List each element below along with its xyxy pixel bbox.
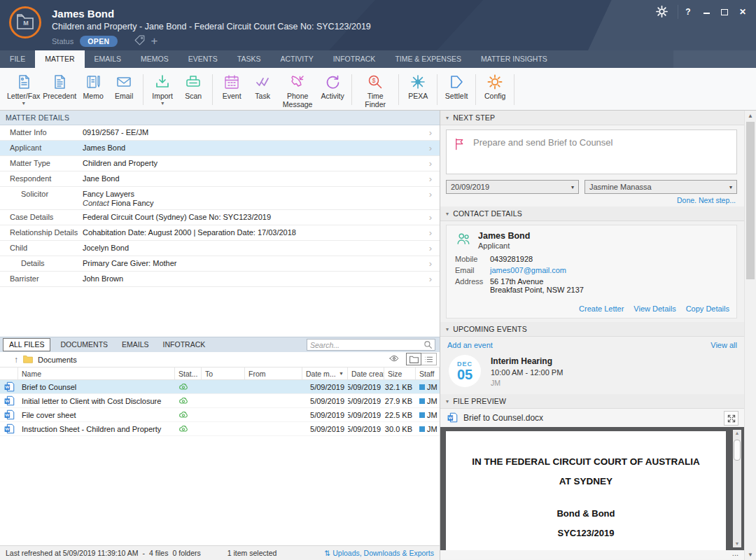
column-header-date-m-[interactable]: Date m...▼ [302,368,348,379]
column-header-name[interactable]: Name [18,368,175,379]
settleit-button[interactable]: SettleIt [441,73,472,101]
file-row[interactable]: WInitial letter to Client with Cost Disc… [0,394,440,408]
chevron-right-icon[interactable]: › [421,144,440,153]
scroll-down-icon[interactable]: ▼ [733,540,741,547]
tab-infotrack[interactable]: INFOTRACK [323,50,386,68]
task-button[interactable]: Task [247,73,278,101]
files-tab-infotrack[interactable]: INFOTRACK [156,339,213,351]
next-step-header[interactable]: ▾ NEXT STEP [440,111,744,125]
file-row[interactable]: WInstruction Sheet - Children and Proper… [0,422,440,436]
tab-file[interactable]: FILE [0,50,35,68]
time-finder-button[interactable]: $Time Finder [356,73,395,108]
maximize-button[interactable] [715,4,734,20]
matter-row-solicitor[interactable]: SolicitorFancy LawyersContact Fiona Fanc… [0,187,440,210]
phone-message-button[interactable]: Phone Message [278,73,317,108]
event-button[interactable]: Event [216,73,247,101]
chevron-right-icon[interactable]: › [421,190,440,199]
due-date-dropdown[interactable]: 20/09/2019 ▾ [446,180,579,194]
matter-row-matter-type[interactable]: Matter TypeChildren and Property› [0,156,440,172]
add-event-link[interactable]: Add an event [447,341,493,349]
event-item[interactable]: DEC05Interim Hearing10:00 AM - 12:00 PMJ… [449,355,737,387]
tab-matter[interactable]: MATTER [35,50,84,68]
matter-row-applicant[interactable]: ApplicantJames Bond› [0,141,440,156]
column-header-size[interactable]: Size [384,368,416,379]
assignee-dropdown[interactable]: Jasmine Manassa ▾ [584,180,737,194]
scroll-up-icon[interactable]: ▲ [745,111,756,121]
tab-events[interactable]: EVENTS [178,50,227,68]
tag-icon[interactable] [134,34,146,48]
minimize-button[interactable] [697,4,715,20]
search-icon[interactable] [424,340,433,349]
folder-view-button[interactable] [406,353,421,365]
sidebar-scrollbar[interactable]: ▲ ▼ [744,111,756,560]
letter-fax-button[interactable]: Letter/Fax▾ [6,73,41,106]
contact-field-value[interactable]: james007@gmail.com [490,266,566,274]
column-header-stat-[interactable]: Stat... [175,368,202,379]
expand-preview-button[interactable] [724,411,738,426]
transfers-link[interactable]: ⇅ Uploads, Downloads & Exports [324,549,434,557]
column-header-staff[interactable]: Staff [416,368,440,379]
files-tab-emails[interactable]: EMAILS [115,339,156,351]
contact-details-header[interactable]: ▾ CONTACT DETAILS [440,206,744,221]
sidebar-scroll-thumb[interactable] [746,122,755,279]
tab-matter-insights[interactable]: MATTER INSIGHTS [471,50,557,68]
matter-row-matter-info[interactable]: Matter Info0919/2567 - EE/JM› [0,125,440,141]
chevron-right-icon[interactable]: › [421,259,440,268]
scroll-up-icon[interactable]: ▲ [733,430,741,437]
precedent-button[interactable]: Precedent [41,73,78,101]
column-header-from[interactable]: From [245,368,302,379]
file-row[interactable]: WBrief to Counsel5/09/20195/09/201932.1 … [0,380,440,394]
column-header-date-creat-[interactable]: Date creat... [348,368,384,379]
status-badge[interactable]: OPEN [80,36,117,47]
matter-row-relationship-details[interactable]: Relationship DetailsCohabitation Date: A… [0,225,440,241]
chevron-right-icon[interactable]: › [421,128,440,137]
tab-time-expenses[interactable]: TIME & EXPENSES [385,50,471,68]
ellipsis-icon[interactable]: ... [732,549,738,557]
next-step-box[interactable]: Prepare and send Brief to Counsel [446,130,737,174]
matter-row-details[interactable]: DetailsPrimary Care Giver: Mother› [0,256,440,272]
tab-tasks[interactable]: TASKS [227,50,271,68]
matter-row-case-details[interactable]: Case DetailsFederal Circuit Court (Sydne… [0,210,440,225]
file-preview-header[interactable]: ▾ FILE PREVIEW [440,394,744,409]
chevron-right-icon[interactable]: › [421,174,440,183]
chevron-right-icon[interactable]: › [421,228,440,237]
preview-scroll-thumb[interactable] [734,440,741,461]
search-input[interactable] [307,341,424,349]
add-tag-button[interactable]: + [151,36,158,46]
file-row[interactable]: WFile cover sheet5/09/20195/09/201922.5 … [0,408,440,422]
scan-button[interactable]: Scan [178,73,209,101]
memo-button[interactable]: Memo [78,73,108,101]
help-button[interactable]: ? [679,4,697,20]
preview-eye-icon[interactable] [388,354,400,365]
column-header-to[interactable]: To [202,368,245,379]
activity-button[interactable]: Activity [317,73,348,101]
preview-scrollbar[interactable]: ▲ ▼ [733,430,741,547]
files-tab-documents[interactable]: DOCUMENTS [53,339,115,351]
scroll-down-icon[interactable]: ▼ [745,550,756,560]
chevron-right-icon[interactable]: › [421,244,440,253]
tab-activity[interactable]: ACTIVITY [270,50,323,68]
files-tab-all-files[interactable]: ALL FILES [3,338,50,351]
create-letter-link[interactable]: Create Letter [579,304,624,313]
upcoming-events-header[interactable]: ▾ UPCOMING EVENTS [440,322,744,337]
close-button[interactable]: ✕ [734,4,752,20]
chevron-right-icon[interactable]: › [421,274,440,284]
pexa-button[interactable]: PEXA [402,73,433,101]
import-button[interactable]: Import▾ [147,73,178,106]
chevron-right-icon[interactable]: › [421,159,440,168]
navigate-up-icon[interactable]: ↑ [14,355,18,365]
list-view-button[interactable] [421,353,437,365]
matter-row-barrister[interactable]: BarristerJohn Brown› [0,272,440,287]
tab-emails[interactable]: EMAILS [85,50,132,68]
tab-memos[interactable]: MEMOS [131,50,178,68]
view-details-link[interactable]: View Details [634,304,676,313]
copy-details-link[interactable]: Copy Details [686,304,729,313]
config-button[interactable]: Config [479,73,510,101]
matter-row-child[interactable]: ChildJocelyn Bond› [0,241,440,256]
settings-gear-icon[interactable] [655,5,669,19]
view-all-link[interactable]: View all [710,341,737,349]
email-button[interactable]: Email [108,73,139,101]
matter-row-respondent[interactable]: RespondentJane Bond› [0,172,440,187]
done-next-step-link[interactable]: Done. Next step... [677,196,736,204]
chevron-right-icon[interactable]: › [421,213,440,222]
